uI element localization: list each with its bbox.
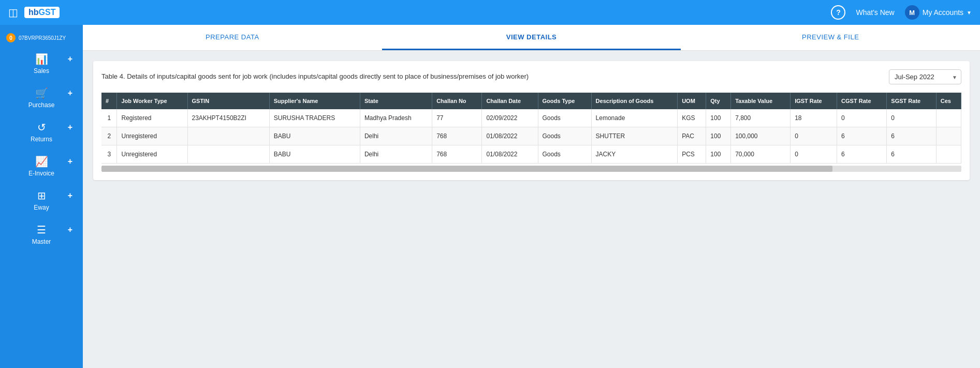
returns-plus-icon[interactable]: + xyxy=(68,123,72,132)
cell-1-1: Unregistered xyxy=(117,127,187,145)
col-taxable-value: Taxable Value xyxy=(731,93,791,109)
sidebar-item-purchase[interactable]: 🛒 + Purchase xyxy=(0,81,83,115)
cell-0-5: 77 xyxy=(432,109,482,127)
cell-2-14: 6 xyxy=(887,145,936,164)
cell-2-9: PCS xyxy=(678,145,706,164)
col-sgst-rate: SGST Rate xyxy=(887,93,936,109)
col-state: State xyxy=(360,93,432,109)
sidebar-item-returns-label: Returns xyxy=(31,136,52,143)
period-select[interactable]: Apr-Jun 2022 Jul-Sep 2022 Oct-Dec 2022 J… xyxy=(889,69,961,84)
cell-0-11: 7,800 xyxy=(731,109,791,127)
cell-1-15 xyxy=(936,127,961,145)
master-plus-icon[interactable]: + xyxy=(68,225,72,234)
cell-0-8: Lemonade xyxy=(591,109,678,127)
chevron-down-icon: ▼ xyxy=(967,10,972,16)
cell-0-1: Registered xyxy=(117,109,187,127)
header-row: # Job Worker Type GSTIN Supplier's Name … xyxy=(101,93,961,109)
cell-2-5: 768 xyxy=(432,145,482,164)
horizontal-scrollbar[interactable] xyxy=(101,166,961,172)
my-accounts-menu[interactable]: M My Accounts ▼ xyxy=(905,5,972,20)
cell-1-9: PAC xyxy=(678,127,706,145)
tab-view-details[interactable]: View Details xyxy=(382,25,681,50)
sidebar-item-purchase-row: 🛒 + xyxy=(2,87,81,99)
sidebar-item-eway-row: ⊞ + xyxy=(2,189,81,202)
col-qty: Qty xyxy=(706,93,731,109)
cell-1-13: 6 xyxy=(837,127,887,145)
master-icon: ☰ xyxy=(37,224,46,236)
cell-0-15 xyxy=(936,109,961,127)
help-icon[interactable]: ? xyxy=(831,5,845,20)
col-challan-no: Challan No xyxy=(432,93,482,109)
eway-icon: ⊞ xyxy=(37,189,46,202)
sidebar-item-einvoice-label: E-Invoice xyxy=(28,170,54,177)
returns-icon: ↺ xyxy=(37,121,46,134)
tab-preview-file[interactable]: Preview & File xyxy=(681,25,980,50)
grid-menu-icon[interactable]: ◫ xyxy=(8,6,18,19)
eway-plus-icon[interactable]: + xyxy=(68,191,72,200)
col-supplier-name: Supplier's Name xyxy=(269,93,360,109)
cell-0-9: KGS xyxy=(678,109,706,127)
sidebar-item-returns[interactable]: ↺ + Returns xyxy=(0,115,83,149)
cell-2-1: Unregistered xyxy=(117,145,187,164)
cell-0-2: 23AKHPT4150B2ZI xyxy=(187,109,269,127)
cell-1-2 xyxy=(187,127,269,145)
whats-new-link[interactable]: What's New xyxy=(856,8,894,17)
cart-icon: 🛒 xyxy=(35,87,48,99)
col-goods-type: Goods Type xyxy=(538,93,591,109)
table-row: 3UnregisteredBABUDelhi76801/08/2022Goods… xyxy=(101,145,961,164)
logo: hb GST xyxy=(24,7,60,18)
card-title: Table 4. Details of inputs/capital goods… xyxy=(101,72,529,81)
my-accounts-label: My Accounts xyxy=(923,8,963,17)
cell-1-14: 6 xyxy=(887,127,936,145)
table-wrapper: # Job Worker Type GSTIN Supplier's Name … xyxy=(101,93,961,172)
col-description: Description of Goods xyxy=(591,93,678,109)
cell-0-13: 0 xyxy=(837,109,887,127)
sidebar-item-einvoice[interactable]: 📈 + E-Invoice xyxy=(0,149,83,183)
cell-2-10: 100 xyxy=(706,145,731,164)
cell-2-6: 01/08/2022 xyxy=(482,145,538,164)
cell-1-12: 0 xyxy=(791,127,837,145)
einvoice-plus-icon[interactable]: + xyxy=(68,157,72,166)
nav-left: ◫ hb GST xyxy=(8,6,60,19)
logo-hb: hb xyxy=(28,8,39,17)
period-select-wrapper: Apr-Jun 2022 Jul-Sep 2022 Oct-Dec 2022 J… xyxy=(889,69,961,84)
tab-prepare-data[interactable]: PREPARE DATA xyxy=(83,25,382,50)
table-header: # Job Worker Type GSTIN Supplier's Name … xyxy=(101,93,961,109)
col-job-worker-type: Job Worker Type xyxy=(117,93,187,109)
sidebar-item-master[interactable]: ☰ + Master xyxy=(0,217,83,252)
col-gstin: GSTIN xyxy=(187,93,269,109)
bar-chart-icon: 📊 xyxy=(35,53,48,65)
sales-plus-icon[interactable]: + xyxy=(68,54,72,64)
cell-0-12: 18 xyxy=(791,109,837,127)
sidebar-item-purchase-label: Purchase xyxy=(28,101,55,109)
table-row: 1Registered23AKHPT4150B2ZISURUSHA TRADER… xyxy=(101,109,961,127)
cell-2-12: 0 xyxy=(791,145,837,164)
table-body: 1Registered23AKHPT4150B2ZISURUSHA TRADER… xyxy=(101,109,961,164)
col-igst-rate: IGST Rate xyxy=(791,93,837,109)
sidebar-item-master-row: ☰ + xyxy=(2,224,81,236)
content-area: PREPARE DATA View Details Preview & File… xyxy=(83,25,980,368)
purchase-plus-icon[interactable]: + xyxy=(68,89,72,98)
page-content: Table 4. Details of inputs/capital goods… xyxy=(83,51,980,368)
sidebar-item-sales[interactable]: 📊 + Sales xyxy=(0,47,83,81)
cell-1-3: BABU xyxy=(269,127,360,145)
col-uom: UOM xyxy=(678,93,706,109)
cell-2-15 xyxy=(936,145,961,164)
cell-1-8: SHUTTER xyxy=(591,127,678,145)
logo-gst: GST xyxy=(39,8,56,17)
sidebar-item-eway[interactable]: ⊞ + Eway xyxy=(0,183,83,217)
main-card: Table 4. Details of inputs/capital goods… xyxy=(93,61,970,180)
cell-2-13: 6 xyxy=(837,145,887,164)
cell-0-0: 1 xyxy=(101,109,117,127)
cell-0-7: Goods xyxy=(538,109,591,127)
col-cgst-rate: CGST Rate xyxy=(837,93,887,109)
cell-2-7: Goods xyxy=(538,145,591,164)
nav-right: ? What's New M My Accounts ▼ xyxy=(831,5,972,20)
scrollbar-thumb xyxy=(101,166,832,172)
card-header: Table 4. Details of inputs/capital goods… xyxy=(101,69,961,84)
sidebar-item-master-label: Master xyxy=(32,238,51,245)
sidebar-account[interactable]: 0 07BVRPR3650J1ZY xyxy=(0,29,83,47)
top-navigation: ◫ hb GST ? What's New M My Accounts ▼ xyxy=(0,0,980,25)
cell-1-4: Delhi xyxy=(360,127,432,145)
cell-1-10: 100 xyxy=(706,127,731,145)
